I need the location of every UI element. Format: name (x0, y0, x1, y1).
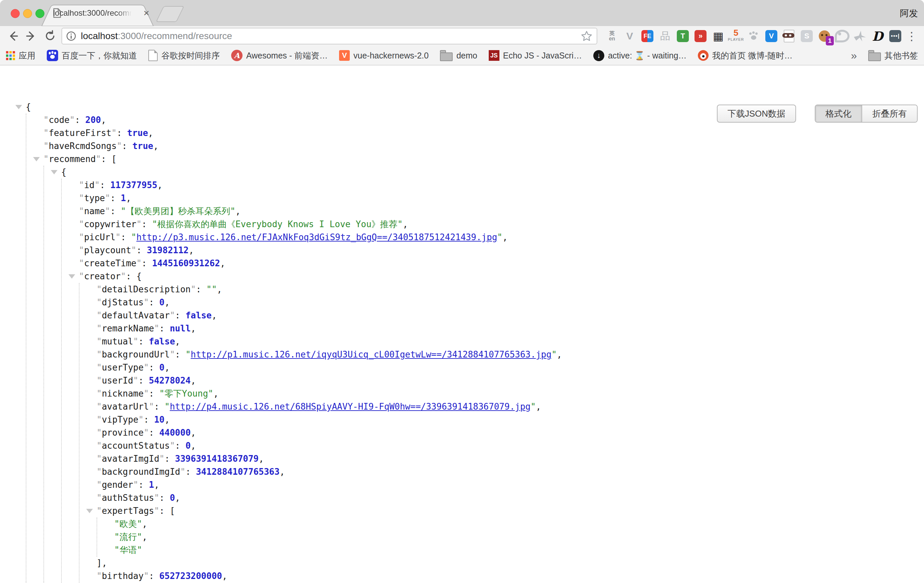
json-quote: " (136, 258, 142, 268)
lastpass-extension-icon[interactable]: •••| (888, 28, 903, 44)
bookmark-vue-hackernews[interactable]: Vvue-hackernews-2.0 (339, 50, 429, 61)
json-punctuation: , (220, 258, 226, 268)
json-link[interactable]: http://p1.music.126.net/iqyqU3Uicq_cL00I… (191, 350, 551, 360)
bird-extension-icon[interactable] (853, 28, 867, 44)
json-punctuation: , (153, 141, 159, 151)
bookmark-echojs[interactable]: JSEcho JS - JavaScri… (489, 50, 582, 61)
json-number-value: 3396391418367079 (175, 454, 259, 464)
minimize-window-button[interactable] (23, 9, 32, 18)
json-key: copywriter (84, 219, 137, 229)
json-line: "vipType": 10, (97, 413, 924, 426)
bookmarks-overflow-chevron[interactable]: » (851, 50, 857, 62)
json-number-value: 31982112 (147, 245, 189, 255)
forward-button[interactable] (22, 28, 41, 44)
fastforward-extension-icon[interactable]: » (693, 28, 708, 44)
bookmark-star-icon[interactable] (581, 30, 592, 42)
json-link[interactable]: http://p3.music.126.net/FJAxNkFoq3dGiS9t… (136, 232, 497, 242)
url-text[interactable]: localhost:3000/recommend/resource (81, 31, 576, 41)
json-punctuation: , (191, 376, 196, 386)
json-number-value: 200 (85, 115, 101, 125)
json-punctuation: , (403, 219, 408, 229)
collapse-triangle-icon[interactable] (15, 105, 22, 109)
browser-window: localhost:3000/recommend/resource × 阿发 (0, 0, 924, 586)
collapse-triangle-icon[interactable] (86, 509, 93, 513)
json-string-value: "根据你喜欢的单曲《Everybody Knows I Love You》推荐" (152, 219, 403, 229)
json-quote: " (97, 337, 102, 347)
tab-close-icon[interactable]: × (143, 8, 149, 18)
json-line: "haveRcmdSongs": true, (43, 140, 924, 153)
json-punctuation: : (159, 493, 170, 503)
json-key: avatarUrl (102, 401, 149, 412)
s-extension-icon[interactable]: S (799, 28, 814, 44)
devdocs-extension-icon[interactable]: D (870, 28, 885, 44)
other-bookmarks[interactable]: 其他书签 (868, 50, 918, 61)
json-punctuation: : (175, 350, 185, 360)
json-punctuation: , (165, 363, 170, 373)
json-punctuation: : (136, 245, 147, 255)
vimium-extension-icon[interactable]: V (764, 28, 779, 44)
tampermonkey-extension-icon[interactable]: T (675, 28, 690, 44)
bookmark-weibo-home[interactable]: 我的首页 微博-随时… (698, 50, 792, 61)
json-punctuation: : (110, 206, 120, 216)
bookmark-active[interactable]: ↓active: ⌛ - waiting… (593, 50, 686, 61)
json-punctuation: : (126, 271, 136, 281)
json-key: gender (102, 480, 133, 490)
mask-extension-icon[interactable] (782, 28, 796, 44)
arrow-circle-icon: ↓ (593, 50, 604, 61)
sitemap-extension-icon[interactable]: 品 (658, 28, 672, 44)
json-key: detailDescription (102, 284, 191, 294)
profile-name[interactable]: 阿发 (900, 7, 918, 19)
json-quote: " (116, 232, 121, 242)
weibo-extension-icon[interactable] (835, 28, 850, 44)
vue-extension-icon[interactable]: V (622, 28, 637, 44)
paw-extension-icon[interactable] (746, 28, 761, 44)
info-icon[interactable] (66, 31, 76, 41)
json-quote: " (97, 324, 102, 333)
collapse-triangle-icon[interactable] (68, 274, 75, 279)
json-punctuation: : (110, 193, 120, 203)
bookmark-demo[interactable]: demo (440, 50, 477, 61)
translate-extension-icon[interactable]: 英en (605, 28, 619, 44)
chip-glyph: T (677, 30, 689, 42)
fe-extension-icon[interactable]: FE (640, 28, 655, 44)
bookmark-label: 百度一下，你就知道 (62, 50, 137, 61)
json-punctuation: , (157, 180, 163, 190)
reload-button[interactable] (41, 28, 59, 44)
browser-tab[interactable]: localhost:3000/recommend/resource × (41, 5, 154, 26)
back-button[interactable] (3, 28, 22, 44)
bookmark-awesomes[interactable]: AAwesomes - 前端资… (231, 50, 328, 61)
collapse-triangle-icon[interactable] (33, 157, 40, 161)
json-key: defaultAvatar (102, 310, 170, 320)
qrcode-extension-icon[interactable]: ▦ (711, 28, 726, 44)
bookmark-google-sort[interactable]: 谷歌按时间排序 (148, 50, 220, 61)
json-link[interactable]: http://p4.music.126.net/68HSpiyAAVY-HI9-… (170, 401, 530, 412)
json-quote: " (97, 506, 102, 516)
traffic-lights (11, 9, 45, 18)
collapse-triangle-icon[interactable] (51, 170, 58, 174)
json-punctuation: ], (97, 558, 107, 568)
json-quote: " (133, 337, 139, 347)
json-line: "createTime": 1445160931262, (79, 257, 924, 270)
monkey-extension-icon[interactable]: 1 (817, 28, 832, 44)
browser-menu-icon[interactable]: ⋮ (906, 30, 917, 43)
baidu-icon (47, 50, 58, 61)
json-quote: " (79, 193, 84, 203)
address-bar[interactable]: localhost:3000/recommend/resource (61, 28, 597, 45)
json-quote: " (154, 493, 159, 503)
json-line: "playcount": 31982112, (79, 244, 924, 257)
json-quote: " (138, 414, 144, 425)
close-window-button[interactable] (11, 9, 20, 18)
json-quote: " (144, 571, 149, 581)
bookmark-apps[interactable]: 应用 (6, 50, 35, 61)
new-tab-button[interactable] (156, 6, 184, 22)
extensions-row: 英enVFE品T»▦5PLAYERVS1D•••| (605, 28, 903, 44)
player-glyph: 5PLAYER (728, 30, 744, 43)
json-quote: " (170, 350, 175, 360)
bookmark-baidu[interactable]: 百度一下，你就知道 (47, 50, 137, 61)
json-number-value: true (132, 141, 153, 151)
html5-player-extension-icon[interactable]: 5PLAYER (729, 28, 743, 44)
json-quote: " (97, 401, 102, 412)
json-line: "remarkName": null, (97, 322, 924, 335)
json-quote: " (136, 219, 142, 229)
json-line: "mutual": false, (97, 335, 924, 348)
